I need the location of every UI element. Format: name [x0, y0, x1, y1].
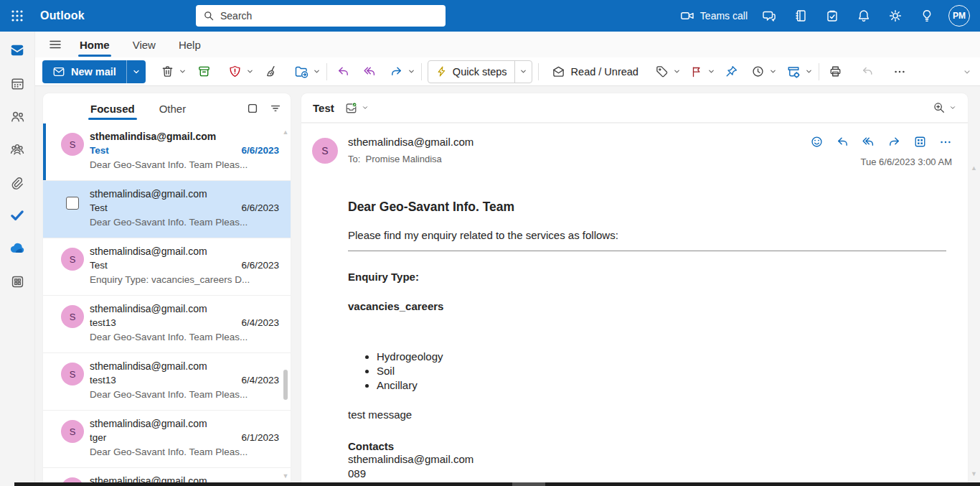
avatar[interactable]: S — [61, 363, 84, 385]
tab-help[interactable]: Help — [177, 34, 202, 55]
move-to-button[interactable] — [291, 60, 312, 83]
message-checkbox[interactable] — [66, 197, 79, 210]
delete-button[interactable] — [157, 60, 178, 83]
rail-item-mail[interactable] — [3, 39, 32, 62]
report-button[interactable] — [225, 60, 245, 83]
report-dropdown-chevron[interactable] — [246, 67, 254, 75]
add-reaction-icon[interactable] — [810, 135, 824, 149]
sender: sthemalindisa@gmail.com — [90, 130, 279, 144]
rail-item-onedrive[interactable] — [3, 237, 32, 260]
scroll-up-icon[interactable]: ▲ — [283, 128, 289, 136]
forward-icon[interactable] — [887, 135, 901, 149]
tab-other[interactable]: Other — [159, 96, 187, 121]
sweep-button[interactable] — [261, 60, 282, 83]
rail-item-todo[interactable] — [3, 204, 32, 227]
rules-dropdown-chevron[interactable] — [805, 67, 813, 75]
rules-button[interactable] — [783, 60, 804, 83]
message-list-panel: Focused Other S sthemalindisa@gmail. — [43, 93, 291, 486]
new-mail-button[interactable]: New mail — [42, 60, 146, 83]
sender: sthemalindisa@gmail.com — [90, 302, 279, 316]
reply-icon[interactable] — [836, 135, 849, 149]
delete-dropdown-chevron[interactable] — [179, 67, 187, 75]
list-item[interactable]: sthemalindisa@gmail.com Test6/6/2023 Dea… — [43, 181, 291, 238]
rail-item-files[interactable] — [3, 171, 32, 194]
print-button[interactable] — [825, 60, 846, 83]
quick-steps-button[interactable]: Quick steps — [428, 60, 532, 83]
rail-item-calendar[interactable] — [3, 72, 32, 95]
list-item[interactable]: S sthemalindisa@gmail.com Test6/6/2023 D… — [43, 123, 291, 181]
tag-button[interactable] — [651, 60, 672, 83]
apps-icon[interactable] — [913, 135, 927, 149]
list-item[interactable]: S sthemalindisa@gmail.com tger6/1/2023 D… — [43, 411, 291, 468]
list-scrollbar[interactable]: ▲ ▼ — [281, 123, 290, 486]
forward-button[interactable] — [386, 60, 407, 83]
flag-dropdown-chevron[interactable] — [707, 67, 715, 75]
tasks-icon — [825, 9, 839, 23]
snooze-button[interactable] — [748, 60, 768, 83]
pane-scroll-down-icon[interactable]: ▼ — [971, 470, 977, 477]
inbox-label-icon[interactable] — [344, 101, 358, 115]
preview: Dear Geo-Savant Info. Team Pleas... — [90, 158, 279, 172]
account-button[interactable]: PM — [944, 0, 974, 32]
list-item[interactable]: S sthemalindisa@gmail.com test136/4/2023… — [43, 296, 291, 353]
undo-button[interactable] — [857, 60, 878, 83]
select-messages-icon[interactable] — [246, 102, 259, 115]
toolbar-more-button[interactable] — [890, 60, 910, 83]
pin-icon — [725, 65, 738, 78]
date: 6/4/2023 — [241, 373, 279, 388]
teams-call-button[interactable]: Teams call — [676, 0, 752, 32]
contacts-label: Contacts — [348, 440, 946, 452]
avatar[interactable]: S — [61, 305, 84, 328]
read-unread-button[interactable]: Read / Unread — [545, 60, 646, 83]
scroll-down-icon[interactable]: ▼ — [283, 472, 289, 480]
tips-button[interactable] — [913, 0, 941, 32]
avatar[interactable]: S — [61, 420, 84, 443]
chat-button[interactable] — [755, 0, 783, 32]
zoom-dropdown-chevron[interactable] — [949, 104, 956, 111]
settings-button[interactable] — [881, 0, 910, 32]
forward-dropdown-chevron[interactable] — [407, 67, 415, 75]
sender-avatar[interactable]: S — [312, 138, 338, 164]
message-sender[interactable]: sthemalindisa@gmail.com — [348, 136, 473, 148]
list-item[interactable]: S sthemalindisa@gmail.com Test6/6/2023 E… — [43, 238, 291, 296]
flag-button[interactable] — [687, 60, 707, 83]
search-bar[interactable] — [196, 5, 446, 27]
chat-icon — [762, 9, 776, 23]
hamburger-menu-button[interactable] — [42, 34, 68, 55]
list-item[interactable]: S sthemalindisa@gmail.com test136/4/2023… — [43, 353, 291, 411]
reply-button[interactable] — [333, 60, 354, 83]
app-launcher-button[interactable] — [0, 0, 34, 32]
quick-steps-dropdown[interactable] — [514, 61, 532, 83]
move-to-dropdown-chevron[interactable] — [313, 67, 321, 75]
pane-scroll-up-icon[interactable]: ▲ — [971, 164, 977, 172]
scrollbar-thumb[interactable] — [283, 370, 288, 400]
reply-all-icon[interactable] — [862, 135, 875, 149]
new-mail-dropdown[interactable] — [127, 60, 146, 83]
avatar[interactable]: S — [61, 248, 84, 271]
recipient-name[interactable]: Promise Malindisa — [366, 154, 442, 164]
pin-button[interactable] — [721, 60, 742, 83]
avatar[interactable]: S — [61, 133, 84, 156]
date: 6/4/2023 — [241, 316, 279, 330]
tab-home[interactable]: Home — [78, 34, 111, 55]
rail-item-more-apps[interactable] — [3, 270, 32, 293]
zoom-in-icon[interactable] — [933, 101, 946, 114]
tag-dropdown-chevron[interactable] — [673, 67, 681, 75]
reply-all-button[interactable] — [359, 60, 380, 83]
filter-icon[interactable] — [269, 102, 282, 115]
collapse-ribbon-chevron[interactable] — [963, 67, 973, 76]
more-options-icon[interactable] — [939, 136, 952, 149]
tab-focused[interactable]: Focused — [90, 96, 136, 121]
tasks-button[interactable] — [818, 0, 847, 32]
rail-item-people[interactable] — [3, 105, 32, 128]
archive-button[interactable] — [194, 60, 215, 83]
notebook-button[interactable] — [786, 0, 815, 32]
service-item: Soil — [377, 364, 946, 378]
snooze-dropdown-chevron[interactable] — [769, 67, 777, 75]
notifications-button[interactable] — [849, 0, 878, 32]
tab-view[interactable]: View — [131, 34, 157, 55]
label-dropdown-chevron[interactable] — [362, 104, 369, 111]
search-input[interactable] — [220, 10, 438, 22]
rail-item-groups[interactable] — [3, 138, 32, 161]
top-bar: Outlook Teams call — [0, 0, 980, 32]
